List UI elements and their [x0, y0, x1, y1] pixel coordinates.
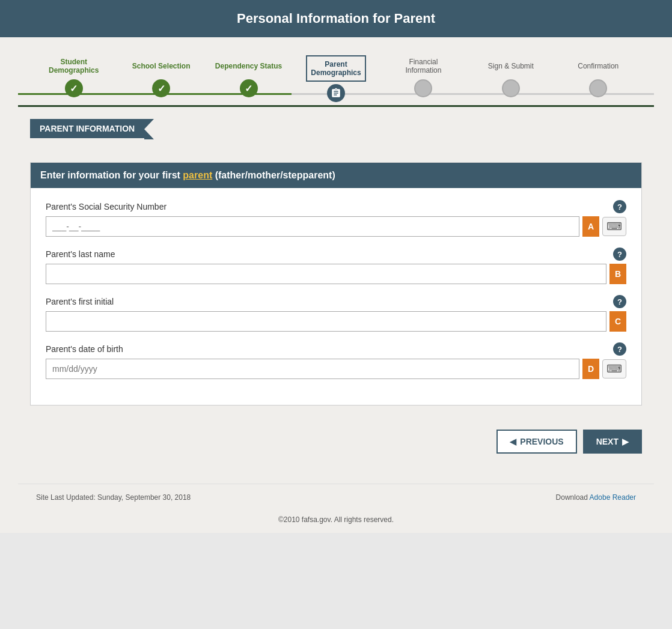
form-header-text-after: (father/mother/stepparent) — [212, 170, 335, 180]
checkmark-icon-1: ✓ — [70, 83, 78, 94]
step-student-demographics[interactable]: StudentDemographics ✓ — [30, 55, 117, 97]
step-label-parent-demographics: ParentDemographics — [311, 58, 361, 79]
ssn-input[interactable] — [46, 216, 579, 237]
step-dot-school-selection: ✓ — [152, 79, 170, 97]
form-group-first-initial: Parent's first initial ? C — [46, 295, 626, 332]
form-label-ssn: Parent's Social Security Number ? — [46, 200, 626, 213]
step-dot-sign-submit — [502, 79, 520, 97]
previous-icon: ◀ — [510, 437, 516, 446]
last-updated-text: Site Last Updated: Sunday, September 30,… — [36, 493, 191, 502]
help-button-ssn[interactable]: ? — [613, 200, 626, 213]
form-label-first-initial: Parent's first initial ? — [46, 295, 626, 308]
step-dot-parent-demographics — [327, 84, 345, 102]
previous-button[interactable]: ◀ PREVIOUS — [496, 430, 576, 454]
badge-a: A — [582, 216, 599, 237]
help-button-last-name[interactable]: ? — [613, 248, 626, 261]
keyboard-icon-dob: ⌨ — [606, 362, 622, 375]
step-school-selection[interactable]: School Selection ✓ — [117, 55, 204, 97]
step-label-financial-information: FinancialInformation — [405, 55, 441, 77]
form-group-last-name: Parent's last name ? B — [46, 248, 626, 284]
section-header: PARENT INFORMATION — [30, 119, 144, 138]
last-name-input[interactable] — [46, 264, 606, 284]
form-label-last-name: Parent's last name ? — [46, 248, 626, 261]
next-icon: ▶ — [622, 437, 629, 446]
help-button-dob[interactable]: ? — [613, 342, 626, 356]
step-dot-student-demographics: ✓ — [65, 79, 83, 97]
form-label-dob: Parent's date of birth ? — [46, 342, 626, 356]
label-text-last-name: Parent's last name — [46, 249, 115, 259]
main-container: StudentDemographics ✓ School Selection ✓… — [0, 37, 672, 472]
footer-container: Site Last Updated: Sunday, September 30,… — [0, 472, 672, 533]
step-confirmation[interactable]: Confirmation — [555, 55, 642, 97]
field-row-first-initial: C — [46, 311, 626, 332]
label-text-dob: Parent's date of birth — [46, 344, 123, 354]
checkmark-icon-3: ✓ — [245, 83, 252, 94]
content-area: PARENT INFORMATION Enter information for… — [18, 105, 654, 472]
form-group-ssn: Parent's Social Security Number ? A ⌨ — [46, 200, 626, 237]
previous-label: PREVIOUS — [520, 437, 563, 446]
field-row-ssn: A ⌨ — [46, 216, 626, 237]
steps-flex: StudentDemographics ✓ School Selection ✓… — [30, 55, 642, 102]
help-button-first-initial[interactable]: ? — [613, 295, 626, 308]
form-group-dob: Parent's date of birth ? D ⌨ — [46, 342, 626, 379]
field-row-last-name: B — [46, 264, 626, 284]
form-header-highlighted-word: parent — [183, 170, 212, 180]
step-sign-submit[interactable]: Sign & Submit — [467, 55, 554, 97]
step-label-student-demographics: StudentDemographics — [49, 55, 99, 77]
form-card: Enter information for your first parent … — [30, 162, 642, 406]
dob-input[interactable] — [46, 359, 579, 379]
badge-d: D — [582, 359, 599, 379]
badge-b: B — [609, 264, 626, 284]
steps-wrapper: StudentDemographics ✓ School Selection ✓… — [18, 49, 654, 102]
form-header-text-before: Enter information for your first — [40, 170, 183, 180]
form-card-header: Enter information for your first parent … — [31, 163, 641, 188]
keyboard-button-dob[interactable]: ⌨ — [602, 359, 626, 378]
step-dot-financial-information — [414, 79, 432, 97]
step-label-school-selection: School Selection — [132, 55, 191, 77]
copyright-text: ©2010 fafsa.gov. All rights reserved. — [278, 515, 394, 524]
field-row-dob: D ⌨ — [46, 359, 626, 379]
step-dot-dependency-status: ✓ — [240, 79, 258, 97]
label-text-first-initial: Parent's first initial — [46, 297, 114, 306]
footer-copyright: ©2010 fafsa.gov. All rights reserved. — [18, 511, 654, 533]
step-financial-information[interactable]: FinancialInformation — [380, 55, 467, 97]
adobe-reader-link[interactable]: Adobe Reader — [590, 493, 636, 502]
next-button[interactable]: NEXT ▶ — [583, 430, 642, 454]
keyboard-icon-ssn: ⌨ — [606, 220, 622, 233]
step-dependency-status[interactable]: Dependency Status ✓ — [205, 55, 292, 97]
page-title: Personal Information for Parent — [237, 11, 435, 26]
section-title: PARENT INFORMATION — [40, 124, 135, 133]
step-parent-demographics[interactable]: ParentDemographics — [292, 55, 379, 102]
step-label-confirmation: Confirmation — [578, 55, 619, 77]
step-label-sign-submit: Sign & Submit — [488, 55, 534, 77]
step-label-dependency-status: Dependency Status — [215, 55, 282, 77]
label-text-ssn: Parent's Social Security Number — [46, 202, 166, 211]
page-header: Personal Information for Parent — [0, 0, 672, 37]
step-dot-confirmation — [589, 79, 607, 97]
clipboard-icon — [331, 88, 341, 99]
footer: Site Last Updated: Sunday, September 30,… — [18, 484, 654, 511]
first-initial-input[interactable] — [46, 311, 606, 332]
keyboard-button-ssn[interactable]: ⌨ — [602, 217, 626, 236]
badge-c: C — [609, 311, 626, 332]
checkmark-icon-2: ✓ — [157, 83, 165, 94]
download-text: Download Adobe Reader — [556, 493, 636, 502]
nav-buttons: ◀ PREVIOUS NEXT ▶ — [30, 418, 642, 460]
next-label: NEXT — [596, 437, 619, 446]
